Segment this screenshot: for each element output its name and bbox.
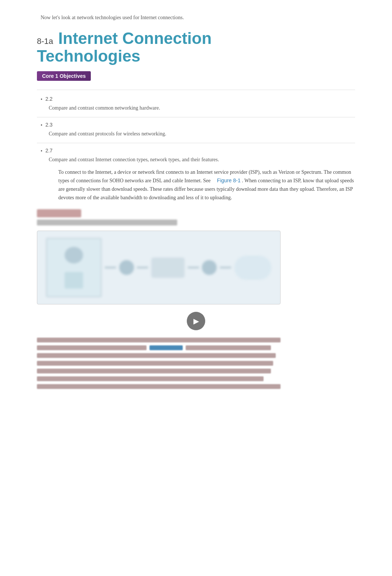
blurred-line-4 [37,361,273,366]
bullet-icon-23: • [41,123,42,128]
bullet-row-22: • 2.2 [41,96,355,103]
play-icon: ▶ [193,317,199,325]
diagram-node-rect-1 [151,258,185,278]
rule-22 [37,117,355,117]
core-objectives-badge: Core 1 Objectives [37,71,91,81]
objective-number-27: 2.7 [45,148,52,154]
bullet-icon-27: • [41,148,42,154]
blurred-link[interactable] [149,345,183,350]
section-number: 8-1a [37,37,53,46]
blurred-line-6 [37,376,264,381]
figure-image-area [37,231,281,304]
figure-diagram [37,231,280,304]
diagram-line-3 [188,267,199,268]
play-button[interactable]: ▶ [187,312,205,330]
objectives-section: • 2.2 Compare and contrast common networ… [37,96,355,202]
figure-label-blurred [37,209,81,217]
blurred-line-3 [37,353,276,358]
figure-caption-blurred [37,220,177,225]
blurred-line-1 [37,338,281,342]
diagram-line-4 [220,267,231,268]
diagram-line-1 [105,267,116,268]
objectives-divider [37,90,355,90]
blurred-text-block [37,338,281,389]
objective-number-22: 2.2 [45,96,52,102]
objective-desc-23: Compare and contrast protocols for wirel… [49,130,355,138]
bullet-row-23: • 2.3 [41,122,355,128]
intro-text: Now let's look at network technologies u… [37,15,355,21]
section-heading: 8-1a Internet Connection Technologies [37,30,355,65]
section-number-title: 8-1a Internet Connection [37,30,355,47]
section-title-line2: Technologies [37,47,140,65]
blurred-line-2a [37,345,147,350]
body-paragraph: To connect to the Internet, a device or … [58,168,355,202]
diagram-line-2 [137,267,148,268]
objective-item-27: • 2.7 Compare and contrast Internet conn… [37,148,355,202]
blurred-line-2b [186,345,271,350]
bullet-icon-22: • [41,97,42,103]
bullet-row-27: • 2.7 [41,148,355,154]
diagram-node-1 [119,260,134,275]
rule-23 [37,143,355,143]
diagram-device-2 [65,272,83,289]
objective-item-23: • 2.3 Compare and contrast protocols for… [37,122,355,138]
indented-body-block: To connect to the Internet, a device or … [58,168,355,202]
figure-8-1-link[interactable]: Figure 8-1 [217,177,241,183]
page-container: Now let's look at network technologies u… [0,0,392,576]
diagram-cloud-node [234,256,271,280]
objective-desc-22: Compare and contrast common networking h… [49,104,355,112]
diagram-left-panel [46,238,102,297]
objective-item-22: • 2.2 Compare and contrast common networ… [37,96,355,112]
diagram-device-1 [65,247,83,263]
figure-label-area [37,209,355,217]
objective-number-23: 2.3 [45,122,52,128]
blurred-line-with-link [37,345,281,350]
diagram-node-2 [202,260,217,275]
section-title-line1: Internet Connection [58,29,212,47]
blurred-line-7 [37,384,281,389]
blurred-line-5 [37,369,271,373]
objective-desc-27: Compare and contrast Internet connection… [49,156,355,163]
